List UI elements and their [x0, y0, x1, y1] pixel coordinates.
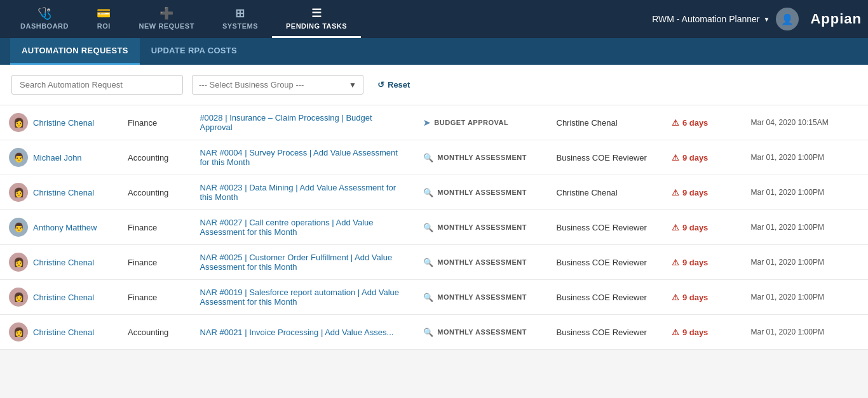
- appian-logo: Appian: [810, 11, 862, 27]
- status-label: MONTHLY ASSESSMENT: [437, 293, 527, 301]
- department-cell: Finance: [119, 280, 191, 315]
- date-label: Mar 01, 2020 1:00PM: [751, 223, 824, 232]
- date-label: Mar 01, 2020 1:00PM: [751, 188, 824, 197]
- person-cell: 👩 Christine Chenal: [0, 105, 119, 140]
- user-role-caret: ▼: [764, 16, 770, 23]
- top-nav-right: RWM - Automation Planner ▼ 👤 Appian: [652, 8, 862, 30]
- nav-pending-tasks[interactable]: ☰ PENDING TASKS: [272, 0, 361, 38]
- date-label: Mar 04, 2020 10:15AM: [751, 118, 829, 127]
- assignee-label: Business COE Reviewer: [557, 153, 647, 163]
- person-name[interactable]: Christine Chenal: [33, 293, 94, 302]
- table-row: 👩 Christine Chenal Finance NAR #0025 | C…: [0, 245, 868, 280]
- request-link[interactable]: NAR #0021 | Invoice Processing | Add Val…: [200, 328, 393, 337]
- nav-dashboard-label: DASHBOARD: [20, 22, 69, 30]
- assignee-cell: Business COE Reviewer: [548, 315, 663, 350]
- date-cell: Mar 01, 2020 1:00PM: [742, 280, 868, 315]
- avatar[interactable]: 👤: [776, 8, 799, 30]
- assignee-label: Business COE Reviewer: [557, 258, 647, 267]
- status-cell: 🔍 MONTHLY ASSESSMENT: [414, 175, 548, 210]
- assignee-cell: Business COE Reviewer: [548, 245, 663, 280]
- person-name[interactable]: Christine Chenal: [33, 328, 94, 337]
- nav-roi[interactable]: 💳 ROI: [83, 0, 125, 38]
- status-label: BUDGET APPROVAL: [434, 119, 508, 126]
- reset-icon: ↺: [377, 80, 384, 90]
- chevron-down-icon: ▼: [349, 81, 356, 90]
- overdue-cell: ⚠ 9 days: [663, 245, 742, 280]
- request-link[interactable]: #0028 | Insurance – Claim Processing | B…: [200, 113, 372, 132]
- warning-icon: ⚠: [672, 293, 679, 302]
- person-avatar: 👨: [9, 218, 28, 237]
- person-cell: 👩 Christine Chenal: [0, 280, 119, 315]
- overdue-days: 6 days: [682, 118, 708, 128]
- top-navigation: 🩺 DASHBOARD 💳 ROI ➕ NEW REQUEST ⊞ SYSTEM…: [0, 0, 868, 38]
- request-cell: NAR #0027 | Call centre operations | Add…: [191, 210, 414, 245]
- request-link[interactable]: NAR #0027 | Call centre operations | Add…: [200, 218, 373, 237]
- overdue-cell: ⚠ 9 days: [663, 315, 742, 350]
- business-group-select[interactable]: --- Select Business Group --- ▼: [192, 75, 363, 95]
- request-link[interactable]: NAR #0025 | Customer Order Fulfillment |…: [200, 253, 392, 272]
- status-label: MONTHLY ASSESSMENT: [437, 258, 527, 266]
- reset-label: Reset: [388, 80, 410, 90]
- request-link[interactable]: NAR #0019 | Salesforce report automation…: [200, 288, 399, 307]
- search-icon: 🔍: [423, 258, 434, 267]
- request-cell: #0028 | Insurance – Claim Processing | B…: [191, 105, 414, 140]
- request-link[interactable]: NAR #0004 | Survey Process | Add Value A…: [200, 148, 397, 167]
- assignee-cell: Business COE Reviewer: [548, 140, 663, 175]
- assignee-cell: Business COE Reviewer: [548, 210, 663, 245]
- warning-icon: ⚠: [672, 258, 679, 267]
- date-cell: Mar 01, 2020 1:00PM: [742, 315, 868, 350]
- requests-table-container: 👩 Christine Chenal Finance #0028 | Insur…: [0, 105, 868, 350]
- department-label: Finance: [128, 293, 157, 302]
- table-row: 👩 Christine Chenal Accounting NAR #0021 …: [0, 315, 868, 350]
- person-cell: 👨 Michael John: [0, 140, 119, 175]
- nav-roi-label: ROI: [97, 22, 111, 30]
- table-row: 👩 Christine Chenal Accounting NAR #0023 …: [0, 175, 868, 210]
- status-cell: 🔍 MONTHLY ASSESSMENT: [414, 210, 548, 245]
- request-link[interactable]: NAR #0023 | Data Mining | Add Value Asse…: [200, 183, 396, 202]
- filters-bar: --- Select Business Group --- ▼ ↺ Reset: [0, 65, 868, 105]
- user-role-dropdown[interactable]: RWM - Automation Planner ▼: [652, 14, 770, 24]
- person-name[interactable]: Christine Chenal: [33, 258, 94, 267]
- department-cell: Accounting: [119, 140, 191, 175]
- status-label: MONTHLY ASSESSMENT: [437, 154, 527, 161]
- search-icon: 🔍: [423, 223, 434, 232]
- person-cell: 👨 Anthony Matthew: [0, 210, 119, 245]
- date-cell: Mar 01, 2020 1:00PM: [742, 140, 868, 175]
- sub-nav-automation-requests-label: AUTOMATION REQUESTS: [22, 46, 128, 55]
- assignee-cell: Christine Chenal: [548, 105, 663, 140]
- user-role-text: RWM - Automation Planner: [652, 14, 759, 24]
- person-name[interactable]: Christine Chenal: [33, 188, 94, 197]
- person-name[interactable]: Christine Chenal: [33, 118, 94, 128]
- nav-systems[interactable]: ⊞ SYSTEMS: [208, 0, 272, 38]
- assignee-label: Business COE Reviewer: [557, 223, 647, 232]
- department-label: Finance: [128, 258, 157, 267]
- sub-nav-update-rpa-costs[interactable]: UPDATE RPA COSTS: [140, 38, 248, 65]
- warning-icon: ⚠: [672, 153, 679, 163]
- department-cell: Accounting: [119, 175, 191, 210]
- request-cell: NAR #0025 | Customer Order Fulfillment |…: [191, 245, 414, 280]
- date-label: Mar 01, 2020 1:00PM: [751, 153, 824, 162]
- nav-new-request[interactable]: ➕ NEW REQUEST: [125, 0, 208, 38]
- nav-items: 🩺 DASHBOARD 💳 ROI ➕ NEW REQUEST ⊞ SYSTEM…: [6, 0, 652, 38]
- send-icon: ➤: [423, 118, 431, 128]
- reset-button[interactable]: ↺ Reset: [372, 76, 415, 93]
- sub-nav-automation-requests[interactable]: AUTOMATION REQUESTS: [10, 38, 140, 65]
- department-cell: Finance: [119, 210, 191, 245]
- new-request-icon: ➕: [159, 6, 174, 20]
- status-label: MONTHLY ASSESSMENT: [437, 328, 527, 336]
- date-cell: Mar 01, 2020 1:00PM: [742, 210, 868, 245]
- person-name[interactable]: Anthony Matthew: [33, 223, 97, 232]
- table-row: 👩 Christine Chenal Finance NAR #0019 | S…: [0, 280, 868, 315]
- search-input[interactable]: [11, 75, 183, 95]
- person-name[interactable]: Michael John: [33, 153, 82, 163]
- status-label: MONTHLY ASSESSMENT: [437, 189, 527, 196]
- overdue-days: 9 days: [682, 328, 708, 337]
- status-cell: 🔍 MONTHLY ASSESSMENT: [414, 140, 548, 175]
- status-cell: 🔍 MONTHLY ASSESSMENT: [414, 280, 548, 315]
- person-cell: 👩 Christine Chenal: [0, 175, 119, 210]
- assignee-label: Christine Chenal: [557, 118, 618, 128]
- overdue-cell: ⚠ 9 days: [663, 175, 742, 210]
- roi-icon: 💳: [97, 6, 111, 20]
- nav-dashboard[interactable]: 🩺 DASHBOARD: [6, 0, 83, 38]
- status-cell: ➤ BUDGET APPROVAL: [414, 105, 548, 140]
